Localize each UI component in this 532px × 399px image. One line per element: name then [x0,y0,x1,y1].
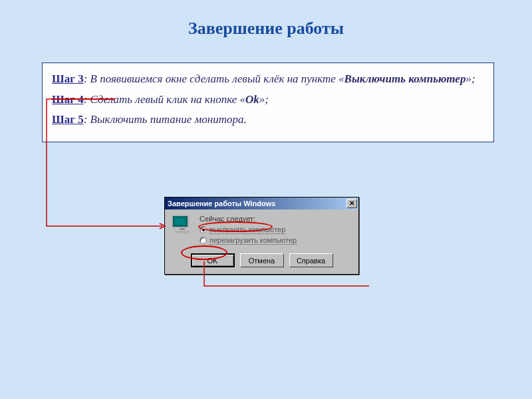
step-3-label: Шаг 3 [52,72,84,85]
step-4-emph: Ok [245,93,259,106]
step-4-text-b: »; [259,93,269,106]
step-5-label: Шаг 5 [52,113,84,126]
step-3-text-a: : В появившемся окне сделать левый клёк … [84,72,344,85]
shutdown-dialog: Завершение работы Windows ✕ Сейчас следу… [164,197,359,275]
step-4: Шаг 4: Сделать левый клик на кнопке «Ok»… [52,92,484,108]
highlight-oval-ok [181,245,227,260]
dialog-titlebar: Завершение работы Windows ✕ [165,198,358,209]
cancel-button[interactable]: Отмена [240,253,284,267]
step-5-text: : Выключить питание монитора. [84,113,247,126]
computer-icon [172,215,193,236]
step-3: Шаг 3: В появившемся окне сделать левый … [52,71,484,88]
step-3-emph: Выключить компьютер [344,72,466,85]
dialog-title: Завершение работы Windows [168,200,275,207]
step-3-text-b: »; [466,72,475,85]
radio-restart-label: перезагрузить компьютер [209,236,297,245]
help-button[interactable]: Справка [289,253,333,267]
radio-restart-row[interactable]: перезагрузить компьютер [200,236,352,245]
close-button[interactable]: ✕ [346,199,357,208]
page-title: Завершение работы [0,0,532,39]
step-5: Шаг 5: Выключить питание монитора. [52,112,484,128]
radio-restart[interactable] [200,237,207,244]
red-underline [51,98,115,100]
instruction-panel: Шаг 3: В появившемся окне сделать левый … [42,63,494,142]
highlight-oval-option [198,221,273,232]
